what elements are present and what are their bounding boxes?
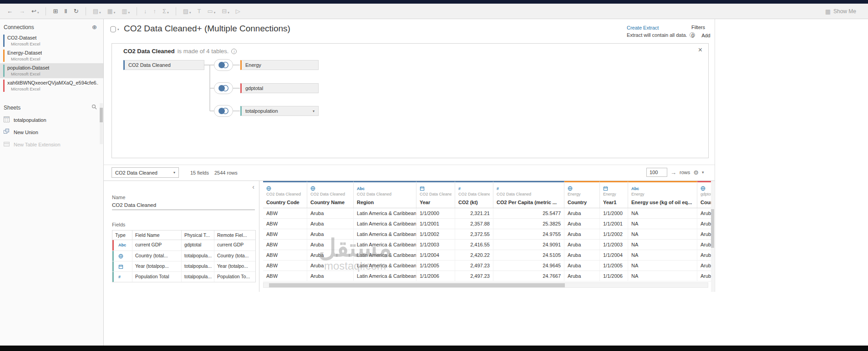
- data-source-icon[interactable]: ▾: [110, 26, 119, 33]
- calendar-icon: [420, 186, 425, 191]
- chevron-down-icon[interactable]: ▾: [313, 109, 315, 113]
- field-row[interactable]: #Population Totaltotalpopula...Populatio…: [112, 271, 255, 282]
- column-header[interactable]: EnergyCountry: [564, 181, 600, 208]
- filters-add-link[interactable]: Add: [701, 33, 711, 38]
- column-header[interactable]: #CO2 Data CleanedCO2 Per Capita (metric …: [493, 181, 564, 208]
- hash-icon: #: [118, 275, 121, 279]
- table-cell: 25.3825: [493, 219, 564, 229]
- table-row[interactable]: ABWArubaLatin America & Caribbean1/1/200…: [263, 208, 711, 219]
- add-connection-icon[interactable]: ⊕: [92, 24, 97, 30]
- join-icon[interactable]: [214, 82, 233, 94]
- table-cell: 2,372.55: [455, 229, 493, 239]
- scrollbar-thumb[interactable]: [100, 108, 103, 122]
- highlight-icon[interactable]: ▨▾: [183, 8, 191, 14]
- name-input[interactable]: CO2 Data Cleaned: [112, 202, 255, 210]
- create-extract-link[interactable]: Create Extract: [627, 25, 695, 30]
- table-row[interactable]: ABWArubaLatin America & Caribbean1/1/200…: [263, 219, 711, 229]
- column-header[interactable]: Physical T...: [182, 231, 214, 240]
- column-header[interactable]: CO2 Data CleanedCountry Name: [307, 181, 354, 208]
- field-row[interactable]: Year (totalpop...totalpopula...Year (tot…: [112, 261, 255, 271]
- toolbar-icons: ←→↩▾⊞Ⅱ↻▤▾▦▾▥▾↓↑Σ▾▨▾T▭▾⊟▾▷: [4, 7, 244, 15]
- connection-item[interactable]: population-DatasetMicrosoft Excel: [0, 63, 103, 78]
- column-header[interactable]: AbcCO2 Data CleanedRegion: [354, 181, 416, 208]
- table-cell: 2,357.88: [455, 219, 493, 229]
- table-cell: 1/1/2006: [416, 271, 455, 281]
- table-row[interactable]: ABWArubaLatin America & Caribbean1/1/200…: [263, 271, 711, 281]
- sort-descending-icon[interactable]: ↑: [153, 8, 157, 14]
- column-header[interactable]: Type: [112, 231, 132, 240]
- joined-table[interactable]: Energy: [240, 60, 319, 70]
- connection-name: Energy-Dataset: [7, 50, 42, 55]
- totals-icon[interactable]: Σ▾: [162, 8, 169, 14]
- sort-ascending-icon[interactable]: ↓: [144, 8, 147, 14]
- chevron-down-icon: ▾: [117, 28, 119, 31]
- connection-item[interactable]: Energy-DatasetMicrosoft Excel: [0, 48, 103, 63]
- connection-item[interactable]: xah6tBWNQxeoerQVjaMXaQ_e594cfe6...Micros…: [0, 78, 103, 93]
- new-data-source-icon[interactable]: ⊞: [53, 8, 58, 14]
- field-remote-cell: Year (totalpo...: [214, 261, 254, 271]
- new-table-extension-button[interactable]: New Table Extension: [0, 138, 103, 150]
- collapse-panel-icon[interactable]: ‹: [252, 183, 254, 191]
- column-header[interactable]: gdptotalCountry: [697, 181, 711, 208]
- table-row[interactable]: ABWArubaLatin America & Caribbean1/1/200…: [263, 261, 711, 271]
- fit-selector-icon[interactable]: ▭▾: [207, 8, 215, 14]
- search-icon[interactable]: [91, 104, 97, 111]
- forward-icon[interactable]: →: [19, 8, 25, 14]
- show-labels-icon[interactable]: T: [197, 8, 201, 14]
- replay-icon[interactable]: ↩▾: [31, 8, 39, 14]
- column-name: Region: [357, 200, 413, 205]
- sheet-item-totalpopulation[interactable]: totalpopulation: [0, 114, 103, 126]
- jump-arrow-icon[interactable]: →: [670, 169, 676, 176]
- new-dashboard-icon[interactable]: ▦▾: [107, 8, 115, 14]
- root-table-label: CO2 Data Cleaned: [128, 62, 171, 68]
- connection-name: xah6tBWNQxeoerQVjaMXaQ_e594cfe6...: [7, 80, 98, 85]
- fields-count: 15 fields: [190, 170, 209, 176]
- close-icon[interactable]: ×: [698, 46, 702, 54]
- column-header[interactable]: Field Name: [132, 231, 182, 240]
- table-selector-dropdown[interactable]: CO2 Data Cleaned ▾: [112, 167, 179, 178]
- root-table[interactable]: CO2 Data Cleaned: [123, 60, 204, 70]
- joined-table[interactable]: totalpopulation ▾: [240, 106, 319, 116]
- column-header[interactable]: CO2 Data CleanedYear: [416, 181, 455, 208]
- column-header[interactable]: EnergyYear1: [600, 181, 628, 208]
- data-grid: CO2 Data CleanedCountry CodeCO2 Data Cle…: [260, 181, 711, 292]
- presentation-mode-icon[interactable]: ▷: [236, 8, 240, 14]
- field-physical-cell: totalpopula...: [182, 251, 214, 261]
- column-header[interactable]: CO2 Data CleanedCountry Code: [263, 181, 307, 208]
- show-cards-icon[interactable]: ⊟▾: [222, 8, 229, 14]
- joined-table[interactable]: gdptotal: [240, 83, 319, 93]
- field-row[interactable]: Country (total...totalpopula...Country (…: [112, 251, 255, 261]
- new-worksheet-icon[interactable]: ▤▾: [93, 8, 101, 14]
- column-header[interactable]: Remote Fiel...: [214, 231, 254, 240]
- new-story-icon[interactable]: ▥▾: [122, 8, 130, 14]
- gear-icon[interactable]: ⚙: [693, 169, 699, 176]
- canvas-subtitle: is made of 4 tables.: [178, 48, 229, 55]
- info-icon[interactable]: i: [231, 49, 237, 54]
- refresh-icon[interactable]: ↻: [74, 8, 79, 14]
- connection-item[interactable]: CO2-DatasetMicrosoft Excel: [0, 33, 103, 48]
- scrollbar-thumb[interactable]: [269, 283, 565, 287]
- chevron-down-icon[interactable]: ▾: [702, 170, 704, 175]
- pause-auto-updates-icon[interactable]: Ⅱ: [64, 8, 67, 14]
- horizontal-scrollbar[interactable]: [263, 282, 708, 288]
- table-row[interactable]: ABWArubaLatin America & Caribbean1/1/200…: [263, 229, 711, 240]
- table-cell: Latin America & Caribbean: [354, 219, 416, 229]
- join-icon[interactable]: [214, 59, 233, 71]
- column-header[interactable]: #CO2 Data CleanedCO2 (kt): [455, 181, 493, 208]
- show-me-button[interactable]: ▦ Show Me: [825, 4, 856, 19]
- vertical-scrollbar[interactable]: [711, 181, 714, 292]
- table-cell: Aruba: [697, 240, 711, 250]
- scrollbar-thumb[interactable]: [711, 209, 714, 248]
- back-icon[interactable]: ←: [7, 8, 13, 14]
- table-cell: 1/1/2002: [600, 229, 628, 239]
- join-icon[interactable]: [214, 105, 233, 117]
- field-row[interactable]: Abccurrent GDPgdptotalcurrent GDP: [112, 240, 255, 251]
- table-row[interactable]: ABWArubaLatin America & Caribbean1/1/200…: [263, 240, 711, 250]
- table-row[interactable]: ABWArubaLatin America & Caribbean1/1/200…: [263, 250, 711, 261]
- sidebar-scrollbar[interactable]: [100, 103, 103, 144]
- table-cell: 1/1/2003: [600, 240, 628, 250]
- rows-input[interactable]: 100: [646, 168, 667, 177]
- column-header[interactable]: AbcEnergyEnergy use (kg of oil eq...: [628, 181, 697, 208]
- new-union-button[interactable]: New Union: [0, 126, 103, 138]
- table-cell: NA: [628, 261, 697, 271]
